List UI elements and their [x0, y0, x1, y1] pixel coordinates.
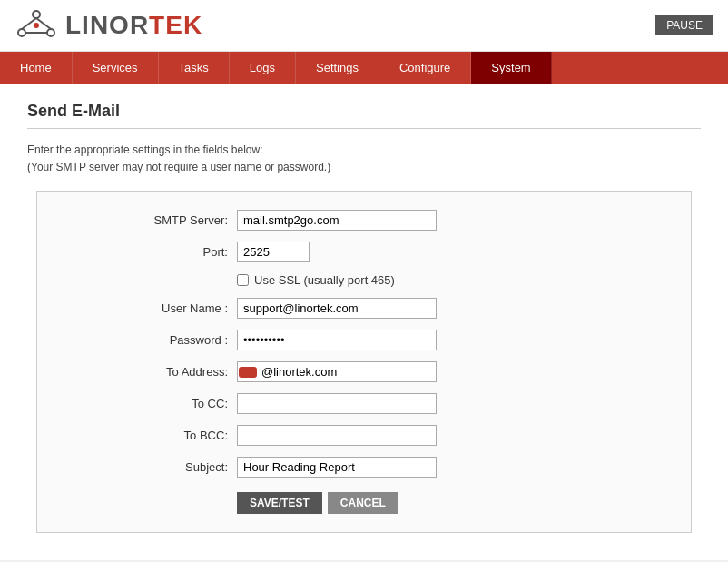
- port-field: [237, 242, 437, 262]
- to-cc-row: To CC:: [55, 393, 664, 414]
- nav-logs[interactable]: Logs: [230, 52, 296, 84]
- to-bcc-label: To BCC:: [55, 429, 237, 442]
- button-row: SAVE/TEST CANCEL: [237, 492, 664, 514]
- to-address-label: To Address:: [55, 365, 237, 379]
- to-bcc-row: To BCC:: [55, 425, 664, 446]
- intro-text: Enter the appropriate settings in the fi…: [27, 142, 701, 176]
- username-label: User Name :: [55, 301, 237, 315]
- logo-text: LINORTEK: [65, 11, 202, 40]
- password-label: Password :: [55, 333, 237, 347]
- logo-icon: [15, 7, 58, 44]
- smtp-row: SMTP Server:: [55, 210, 664, 231]
- nav-settings[interactable]: Settings: [296, 52, 379, 84]
- port-row: Port:: [55, 242, 664, 262]
- to-cc-label: To CC:: [55, 397, 237, 410]
- svg-point-6: [34, 23, 39, 28]
- username-input[interactable]: [237, 298, 437, 319]
- to-address-row: To Address:: [55, 361, 664, 382]
- username-row: User Name :: [55, 298, 664, 319]
- ssl-label: Use SSL (usually port 465): [254, 273, 395, 287]
- subject-input[interactable]: [237, 457, 437, 478]
- port-label: Port:: [55, 245, 237, 259]
- to-address-container: [237, 361, 437, 382]
- content-area: Send E-Mail Enter the appropriate settin…: [0, 84, 728, 560]
- header: LINORTEK PAUSE: [0, 0, 728, 52]
- form-container: SMTP Server: Port: Use SSL (usually port…: [36, 191, 692, 533]
- svg-line-3: [22, 18, 36, 29]
- red-marker-icon: [239, 367, 257, 378]
- subject-row: Subject:: [55, 457, 664, 478]
- pause-button[interactable]: PAUSE: [655, 15, 713, 35]
- subject-field: [237, 457, 437, 478]
- nav-services[interactable]: Services: [73, 52, 159, 84]
- svg-line-4: [36, 18, 51, 29]
- password-field: [237, 330, 437, 350]
- nav-tasks[interactable]: Tasks: [159, 52, 230, 84]
- ssl-row: Use SSL (usually port 465): [237, 273, 664, 287]
- nav-home[interactable]: Home: [0, 52, 73, 84]
- svg-point-0: [33, 11, 40, 18]
- save-test-button[interactable]: SAVE/TEST: [237, 492, 322, 514]
- port-input[interactable]: [237, 242, 310, 262]
- to-address-field: [237, 361, 437, 382]
- logo-container: LINORTEK: [15, 7, 202, 44]
- smtp-label: SMTP Server:: [55, 213, 237, 227]
- smtp-input[interactable]: [237, 210, 437, 231]
- ssl-checkbox[interactable]: [237, 274, 249, 286]
- nav-system[interactable]: System: [471, 52, 551, 84]
- to-cc-input[interactable]: [237, 393, 437, 414]
- password-input[interactable]: [237, 330, 437, 350]
- password-row: Password :: [55, 330, 664, 350]
- to-address-input[interactable]: [237, 361, 437, 382]
- to-bcc-field: [237, 425, 437, 446]
- username-field: [237, 298, 437, 319]
- nav-configure[interactable]: Configure: [379, 52, 471, 84]
- subject-label: Subject:: [55, 460, 237, 474]
- svg-point-2: [47, 29, 54, 36]
- to-bcc-input[interactable]: [237, 425, 437, 446]
- nav: Home Services Tasks Logs Settings Config…: [0, 52, 728, 84]
- smtp-field: [237, 210, 437, 231]
- cancel-button[interactable]: CANCEL: [328, 492, 398, 514]
- svg-point-1: [18, 29, 25, 36]
- to-cc-field: [237, 393, 437, 414]
- page-title: Send E-Mail: [27, 102, 701, 129]
